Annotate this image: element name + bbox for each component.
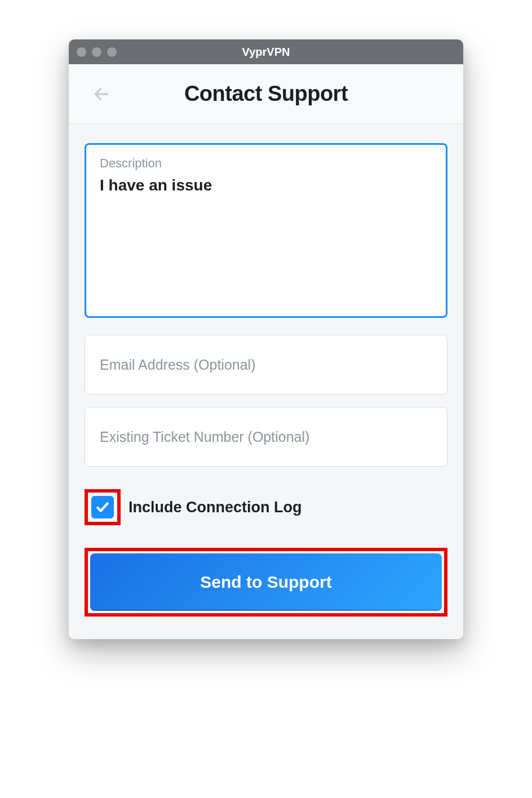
ticket-number-field[interactable] bbox=[85, 407, 447, 467]
description-field[interactable]: Description I have an issue bbox=[85, 143, 447, 318]
include-log-checkbox[interactable] bbox=[91, 496, 114, 518]
arrow-left-icon bbox=[92, 85, 110, 103]
highlight-box bbox=[85, 489, 121, 525]
include-log-row: Include Connection Log bbox=[85, 489, 447, 525]
window-title: VyprVPN bbox=[69, 46, 463, 59]
app-window: VyprVPN Contact Support Description I ha… bbox=[69, 39, 463, 639]
include-log-label: Include Connection Log bbox=[128, 499, 302, 516]
description-input[interactable]: I have an issue bbox=[100, 176, 432, 194]
email-field[interactable] bbox=[85, 335, 447, 394]
titlebar: VyprVPN bbox=[69, 39, 463, 64]
page-header: Contact Support bbox=[69, 64, 463, 124]
back-button[interactable] bbox=[89, 82, 114, 107]
send-to-support-button[interactable]: Send to Support bbox=[90, 553, 442, 611]
form-content: Description I have an issue Include Conn… bbox=[69, 124, 463, 639]
description-label: Description bbox=[100, 156, 432, 171]
check-icon bbox=[95, 500, 110, 515]
highlight-box: Send to Support bbox=[85, 548, 447, 617]
page-title: Contact Support bbox=[69, 82, 463, 106]
